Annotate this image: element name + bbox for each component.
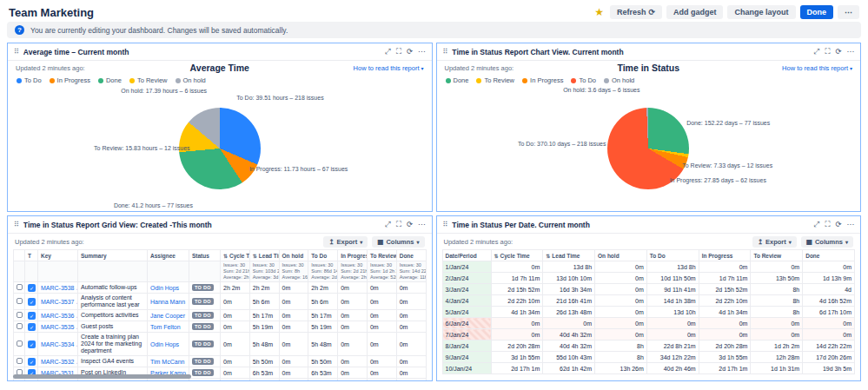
change-layout-button[interactable]: Change layout — [727, 5, 795, 19]
date-row: 4/Jan/242d 22h 10m21d 16h 41m0m14d 1h 38… — [442, 295, 855, 307]
status-badge: TO DO — [192, 284, 214, 291]
gadget-title: Time in Status Report Chart View. Curren… — [452, 48, 809, 56]
gadget-title: Average time – Current month — [23, 48, 381, 56]
assignee-link[interactable]: Jane Cooper — [150, 313, 185, 319]
row-checkbox[interactable] — [17, 340, 23, 347]
maximize-icon[interactable]: ⤢ — [385, 220, 391, 229]
assignee-link[interactable]: Tom Felton — [150, 324, 181, 330]
columns-button[interactable]: ▦ Columns ▾ — [801, 236, 853, 248]
column-header-label: Summary — [81, 253, 107, 259]
assignee-link[interactable]: Odin Hops — [150, 285, 179, 291]
time-cell: 0m — [367, 333, 396, 356]
maximize-icon[interactable]: ⤢ — [385, 47, 391, 56]
done-button[interactable]: Done — [800, 5, 834, 19]
how-to-read-link[interactable]: How to read this report ▾ — [782, 64, 852, 72]
legend-item-toreview[interactable]: To Review — [129, 76, 168, 84]
refresh-button[interactable]: Refresh ⟳ — [610, 5, 662, 19]
row-checkbox[interactable] — [17, 298, 23, 304]
time-cell: 22d 8h 21m — [646, 340, 699, 352]
legend-item-done[interactable]: Done — [446, 76, 469, 84]
horizontal-scrollbar[interactable] — [13, 374, 191, 379]
time-cell: 5h 19m — [308, 321, 338, 333]
gadget-refresh-icon[interactable]: ⟳ — [835, 220, 841, 229]
issue-key-link[interactable]: MARC-3536 — [41, 313, 75, 319]
more-options-button[interactable]: ⋯ — [838, 5, 859, 19]
legend-item-onhold[interactable]: On hold — [176, 76, 206, 84]
cell: MARC-3534↗ — [38, 333, 78, 356]
gadget-menu-icon[interactable]: ⋯ — [418, 47, 426, 56]
favorite-star-icon[interactable]: ★ — [594, 6, 604, 18]
fullscreen-icon[interactable]: ⛶ — [396, 47, 401, 56]
export-button[interactable]: ↥ Export ▾ — [323, 236, 368, 248]
fullscreen-icon[interactable]: ⛶ — [825, 47, 830, 56]
gadget-refresh-icon[interactable]: ⟳ — [407, 220, 413, 229]
legend-item-todo[interactable]: To Do — [17, 76, 42, 84]
time-cell: 0m — [595, 295, 647, 307]
pie-slice-label: On hold: 3.6 days – 6 issues — [563, 87, 639, 93]
row-checkbox[interactable] — [17, 358, 23, 364]
gadget-menu-icon[interactable]: ⋯ — [847, 220, 855, 229]
cell: MARC-3536↗ — [38, 310, 78, 321]
column-header-label: Lead Time — [552, 253, 580, 259]
maximize-icon[interactable]: ⤢ — [814, 47, 820, 56]
drag-handle-icon[interactable]: ⠿ — [443, 48, 448, 56]
issue-key-link[interactable]: MARC-3534 — [41, 341, 75, 347]
time-cell: 0m — [221, 379, 250, 381]
column-header[interactable]: ⇅Cycle Time — [221, 250, 250, 261]
legend-item-inprogress[interactable]: In Progress — [50, 76, 90, 84]
export-icon: ↥ — [328, 238, 334, 246]
export-button[interactable]: ↥ Export ▾ — [752, 236, 797, 248]
column-header[interactable]: ⇅Cycle Time — [491, 250, 543, 261]
cell: ✓ — [25, 321, 38, 333]
legend-item-inprogress[interactable]: In Progress — [522, 76, 563, 84]
add-gadget-button[interactable]: Add gadget — [666, 5, 724, 19]
sort-icon[interactable]: ⇅ — [494, 254, 499, 259]
time-cell: 8h — [751, 284, 803, 295]
gadget-refresh-icon[interactable]: ⟳ — [835, 47, 841, 56]
column-header[interactable]: ⇅Lead Time — [249, 250, 279, 261]
average-time-legend: To Do In Progress Done To Review On hold — [8, 75, 432, 86]
aggregate-blank-cell — [25, 261, 38, 282]
average-time-pie-chart[interactable] — [179, 108, 261, 189]
pie-slice-label: Done: 152.22 days – 77 issues — [686, 120, 770, 126]
time-cell: 0m — [646, 329, 699, 340]
row-checkbox[interactable] — [17, 323, 23, 329]
fullscreen-icon[interactable]: ⛶ — [825, 220, 830, 229]
time-cell: 0m — [491, 329, 543, 340]
sort-icon[interactable]: ⇅ — [546, 254, 550, 259]
assignee-link[interactable]: Hanna Mann — [150, 299, 185, 305]
legend-item-done[interactable]: Done — [98, 76, 122, 84]
fullscreen-icon[interactable]: ⛶ — [396, 220, 401, 229]
row-checkbox[interactable] — [17, 312, 23, 318]
time-cell: 0m — [803, 261, 855, 273]
legend-item-todo[interactable]: To Do — [571, 76, 596, 84]
column-header[interactable]: ⇅Lead Time — [543, 250, 595, 261]
columns-button[interactable]: ▦ Columns ▾ — [372, 236, 424, 248]
gadget-refresh-icon[interactable]: ⟳ — [407, 47, 413, 56]
gadget-menu-icon[interactable]: ⋯ — [418, 220, 426, 229]
issue-key-link[interactable]: MARC-3538 — [41, 285, 75, 291]
gadget-time-in-status-chart: ⠿ Time in Status Report Chart View. Curr… — [436, 43, 862, 212]
issue-key-link[interactable]: MARC-3532 — [41, 359, 75, 365]
assignee-link[interactable]: Tim McCann — [150, 359, 184, 365]
time-cell: 40d 4h 32m — [543, 340, 595, 352]
gadget-menu-icon[interactable]: ⋯ — [847, 47, 855, 56]
grid-table-wrap: TKeySummaryAssigneeStatus⇅Cycle Time⇅Lea… — [8, 249, 432, 380]
sort-icon[interactable]: ⇅ — [253, 254, 257, 259]
legend-item-onhold[interactable]: On hold — [604, 76, 634, 84]
aggregate-line: Average: 2h 19m — [223, 274, 247, 281]
issue-key-link[interactable]: MARC-3537 — [41, 299, 75, 305]
date-cell: 4/Jan/24 — [442, 295, 491, 307]
sort-icon[interactable]: ⇅ — [223, 254, 228, 259]
assignee-link[interactable]: Odin Hops — [150, 341, 179, 347]
drag-handle-icon[interactable]: ⠿ — [14, 221, 19, 228]
aggregate-line: Issues: 30 — [223, 262, 247, 268]
how-to-read-link[interactable]: How to read this report ▾ — [354, 64, 424, 72]
maximize-icon[interactable]: ⤢ — [814, 220, 820, 229]
legend-item-toreview[interactable]: To Review — [476, 76, 514, 84]
drag-handle-icon[interactable]: ⠿ — [14, 48, 19, 56]
row-checkbox[interactable] — [17, 284, 23, 290]
issue-key-link[interactable]: MARC-3535 — [41, 324, 75, 330]
drag-handle-icon[interactable]: ⠿ — [443, 221, 448, 228]
time-cell: 0m — [396, 379, 426, 381]
